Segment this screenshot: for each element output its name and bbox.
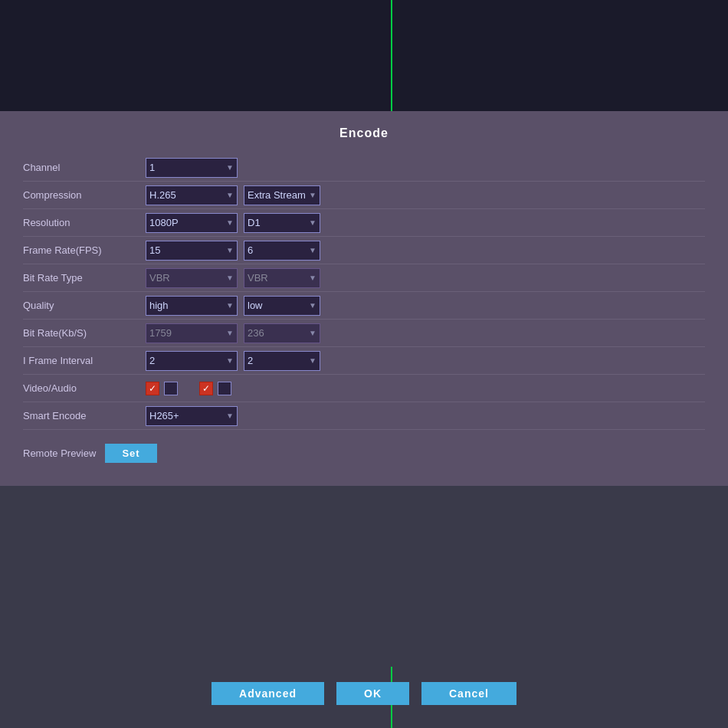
audio-main-checkbox[interactable] xyxy=(164,382,178,395)
smart-encode-controls: H265+ ▼ xyxy=(146,406,238,426)
bitrateKbs-main-arrow-icon: ▼ xyxy=(223,329,234,337)
compression-main-dropdown[interactable]: H.265 ▼ xyxy=(146,185,238,205)
iframe-controls: 2 ▼ 2 ▼ xyxy=(146,351,320,371)
compression-stream-dropdown[interactable]: Extra Stream ▼ xyxy=(244,185,320,205)
video-main-checkbox[interactable] xyxy=(146,382,159,395)
channel-dropdown[interactable]: 1 ▼ xyxy=(146,158,238,178)
bitrate-type-label: Bit Rate Type xyxy=(23,272,146,284)
bottom-buttons: Advanced OK Cancel xyxy=(0,682,728,705)
quality-main-arrow-icon: ▼ xyxy=(223,301,234,310)
framerate-main-arrow-icon: ▼ xyxy=(223,246,234,254)
advanced-button[interactable]: Advanced xyxy=(212,682,324,705)
bitrateKbs-sub-value: 236 xyxy=(248,327,264,339)
resolution-sub-value: D1 xyxy=(248,217,261,228)
videoaudio-label: Video/Audio xyxy=(23,382,146,394)
iframe-sub-value: 2 xyxy=(248,355,253,366)
compression-label: Compression xyxy=(23,189,146,201)
quality-label: Quality xyxy=(23,300,146,311)
bitrateKbs-sub-dropdown[interactable]: 236 ▼ xyxy=(244,323,320,343)
iframe-row: I Frame Interval 2 ▼ 2 ▼ xyxy=(23,347,705,375)
bitrate-type-main-value: VBR xyxy=(149,272,170,284)
framerate-label: Frame Rate(FPS) xyxy=(23,244,146,256)
bitrateKbs-row: Bit Rate(Kb/S) 1759 ▼ 236 ▼ xyxy=(23,320,705,347)
resolution-sub-dropdown[interactable]: D1 ▼ xyxy=(244,213,320,233)
bitrateKbs-sub-arrow-icon: ▼ xyxy=(306,329,316,337)
quality-row: Quality high ▼ low ▼ xyxy=(23,292,705,320)
framerate-main-value: 15 xyxy=(149,244,160,256)
smart-encode-arrow-icon: ▼ xyxy=(223,412,234,420)
framerate-sub-value: 6 xyxy=(248,244,253,256)
quality-sub-value: low xyxy=(248,300,263,311)
framerate-row: Frame Rate(FPS) 15 ▼ 6 ▼ xyxy=(23,237,705,264)
ok-button[interactable]: OK xyxy=(336,682,409,705)
bitrate-type-sub-arrow-icon: ▼ xyxy=(306,274,316,282)
bitrate-type-main-dropdown[interactable]: VBR ▼ xyxy=(146,268,238,288)
bitrateKbs-controls: 1759 ▼ 236 ▼ xyxy=(146,323,320,343)
audio-sub-checkbox[interactable] xyxy=(218,382,231,395)
remote-preview-label: Remote Preview xyxy=(23,448,96,459)
channel-arrow-icon: ▼ xyxy=(223,163,234,172)
compression-stream-arrow-icon: ▼ xyxy=(306,191,316,199)
bitrateKbs-main-dropdown[interactable]: 1759 ▼ xyxy=(146,323,238,343)
quality-sub-arrow-icon: ▼ xyxy=(306,301,316,310)
cancel-button[interactable]: Cancel xyxy=(421,682,516,705)
dialog-title: Encode xyxy=(23,126,705,140)
resolution-main-value: 1080P xyxy=(149,217,179,228)
bitrateKbs-label: Bit Rate(Kb/S) xyxy=(23,327,146,339)
bitrate-type-sub-dropdown[interactable]: VBR ▼ xyxy=(244,268,320,288)
iframe-main-value: 2 xyxy=(149,355,155,366)
smart-encode-row: Smart Encode H265+ ▼ xyxy=(23,402,705,430)
iframe-sub-arrow-icon: ▼ xyxy=(306,356,316,365)
resolution-label: Resolution xyxy=(23,217,146,228)
video-sub-checkbox[interactable] xyxy=(199,382,213,395)
form-area: Channel 1 ▼ Compression H.265 ▼ Extra St… xyxy=(23,154,705,430)
resolution-controls: 1080P ▼ D1 ▼ xyxy=(146,213,320,233)
framerate-main-dropdown[interactable]: 15 ▼ xyxy=(146,241,238,261)
quality-main-value: high xyxy=(149,300,169,311)
resolution-main-arrow-icon: ▼ xyxy=(223,218,234,227)
compression-stream-value: Extra Stream xyxy=(248,189,306,201)
quality-controls: high ▼ low ▼ xyxy=(146,296,320,316)
bitrate-type-main-arrow-icon: ▼ xyxy=(223,274,234,282)
channel-row: Channel 1 ▼ xyxy=(23,154,705,182)
bitrate-type-row: Bit Rate Type VBR ▼ VBR ▼ xyxy=(23,264,705,292)
framerate-sub-arrow-icon: ▼ xyxy=(306,246,316,254)
iframe-main-arrow-icon: ▼ xyxy=(223,356,234,365)
bottom-area: Advanced OK Cancel xyxy=(0,667,728,728)
iframe-sub-dropdown[interactable]: 2 ▼ xyxy=(244,351,320,371)
compression-main-value: H.265 xyxy=(149,189,176,201)
bitrateKbs-main-value: 1759 xyxy=(149,327,172,339)
resolution-row: Resolution 1080P ▼ D1 ▼ xyxy=(23,209,705,237)
videoaudio-row: Video/Audio xyxy=(23,375,705,402)
compression-row: Compression H.265 ▼ Extra Stream ▼ xyxy=(23,182,705,209)
bitrate-type-controls: VBR ▼ VBR ▼ xyxy=(146,268,320,288)
framerate-sub-dropdown[interactable]: 6 ▼ xyxy=(244,241,320,261)
green-line-top xyxy=(391,0,392,111)
encode-dialog: Encode Channel 1 ▼ Compression H.265 ▼ E… xyxy=(0,111,728,486)
iframe-label: I Frame Interval xyxy=(23,355,146,366)
quality-sub-dropdown[interactable]: low ▼ xyxy=(244,296,320,316)
channel-label: Channel xyxy=(23,162,146,173)
framerate-controls: 15 ▼ 6 ▼ xyxy=(146,241,320,261)
smart-encode-label: Smart Encode xyxy=(23,410,146,421)
smart-encode-value: H265+ xyxy=(149,410,179,421)
top-bar xyxy=(0,0,728,111)
quality-main-dropdown[interactable]: high ▼ xyxy=(146,296,238,316)
videoaudio-sub-group xyxy=(199,382,231,395)
remote-preview-row: Remote Preview Set xyxy=(23,444,705,463)
videoaudio-main-group xyxy=(146,382,178,395)
bitrate-type-sub-value: VBR xyxy=(248,272,268,284)
resolution-sub-arrow-icon: ▼ xyxy=(306,218,316,227)
resolution-main-dropdown[interactable]: 1080P ▼ xyxy=(146,213,238,233)
compression-controls: H.265 ▼ Extra Stream ▼ xyxy=(146,185,320,205)
channel-value: 1 xyxy=(149,162,155,173)
channel-controls: 1 ▼ xyxy=(146,158,238,178)
iframe-main-dropdown[interactable]: 2 ▼ xyxy=(146,351,238,371)
set-button[interactable]: Set xyxy=(105,444,156,463)
smart-encode-dropdown[interactable]: H265+ ▼ xyxy=(146,406,238,426)
videoaudio-controls xyxy=(146,382,231,395)
compression-main-arrow-icon: ▼ xyxy=(223,191,234,199)
